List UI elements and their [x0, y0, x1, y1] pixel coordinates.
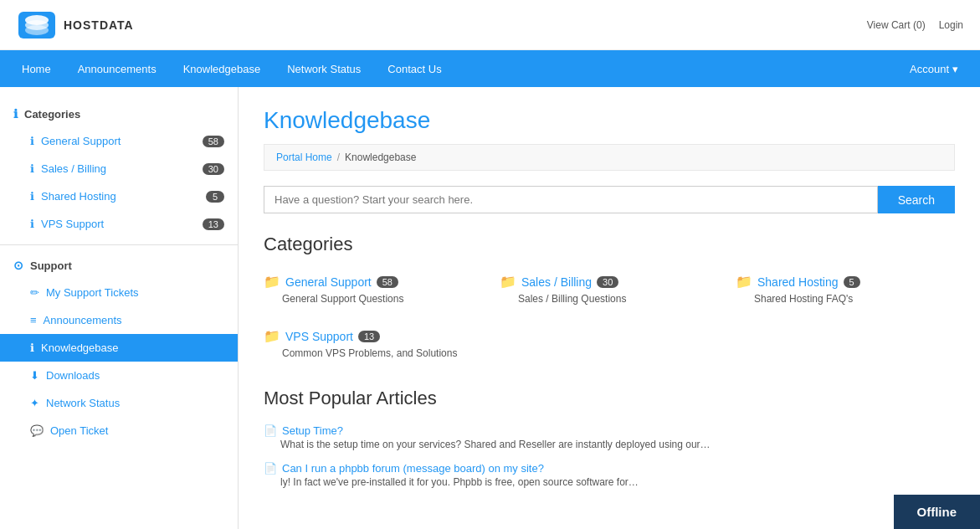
- article-icon-setup-time: 📄: [264, 424, 277, 437]
- popular-section-title: Most Popular Articles: [264, 388, 955, 409]
- folder-icon-sales-billing: 📁: [500, 274, 516, 290]
- sidebar-item-vps-support[interactable]: ℹ VPS Support 13: [0, 210, 238, 238]
- sidebar-cat-label-general-support: General Support: [41, 135, 121, 147]
- category-card-vps-support: 📁 VPS Support 13 Common VPS Problems, an…: [264, 325, 483, 362]
- logo-area: HOSTDATA: [17, 8, 134, 42]
- article-item-phpbb: 📄 Can I run a phpbb forum (message board…: [264, 462, 955, 488]
- category-card-shared-hosting: 📁 Shared Hosting 5 Shared Hosting FAQ's: [736, 270, 955, 308]
- ticket-icon: ✏: [30, 286, 39, 299]
- nav-bar: Home Announcements Knowledgebase Network…: [0, 50, 980, 87]
- info-icon-small: ℹ: [30, 218, 34, 230]
- offline-label: Offline: [917, 505, 957, 519]
- sidebar-item-general-support[interactable]: ℹ General Support 58: [0, 127, 238, 155]
- sidebar-cat-label-sales-billing: Sales / Billing: [41, 162, 106, 175]
- nav-item-home[interactable]: Home: [8, 50, 64, 87]
- nav-account-label: Account: [910, 63, 949, 75]
- search-button[interactable]: Search: [878, 186, 955, 213]
- article-icon-phpbb: 📄: [264, 462, 277, 475]
- sidebar-item-my-support-tickets[interactable]: ✏ My Support Tickets: [0, 279, 238, 306]
- sidebar-item-open-ticket[interactable]: 💬 Open Ticket: [0, 417, 238, 444]
- cat-badge-vps-support: 13: [358, 331, 380, 342]
- info-icon: ℹ: [13, 107, 18, 121]
- nav-item-network-status[interactable]: Network Status: [274, 50, 374, 87]
- chevron-down-icon: ▾: [952, 63, 958, 75]
- article-desc-phpbb: ly! In fact we've pre-installed it for y…: [264, 476, 955, 488]
- sidebar-item-network-status-support[interactable]: ✦ Network Status: [0, 389, 238, 417]
- announcements-icon: ≡: [30, 314, 37, 326]
- sidebar-support-label-2: Knowledgebase: [41, 342, 119, 354]
- cat-desc-sales-billing: Sales / Billing Questions: [500, 293, 719, 305]
- badge-shared-hosting: 5: [206, 191, 224, 203]
- article-link-phpbb[interactable]: 📄 Can I run a phpbb forum (message board…: [264, 462, 955, 475]
- folder-icon-vps-support: 📁: [264, 328, 280, 344]
- cat-link-vps-support[interactable]: VPS Support: [285, 330, 353, 343]
- breadcrumb: Portal Home / Knowledgebase: [264, 144, 955, 171]
- cat-desc-shared-hosting: Shared Hosting FAQ's: [736, 293, 955, 305]
- downloads-icon: ⬇: [30, 369, 39, 382]
- article-desc-setup-time: What is the setup time on your services?…: [264, 439, 955, 450]
- sidebar-support-label-5: Open Ticket: [50, 424, 108, 437]
- sidebar-item-announcements-support[interactable]: ≡ Announcements: [0, 306, 238, 334]
- articles-section: Most Popular Articles 📄 Setup Time? What…: [264, 388, 955, 488]
- cat-desc-general-support: General Support Questions: [264, 293, 483, 305]
- badge-vps-support: 13: [203, 218, 224, 230]
- cat-badge-shared-hosting: 5: [844, 276, 860, 288]
- category-card-general-support: 📁 General Support 58 General Support Que…: [264, 270, 483, 308]
- sidebar: ℹ Categories ℹ General Support 58 ℹ Sale…: [0, 87, 239, 529]
- search-input[interactable]: [264, 186, 878, 213]
- view-cart-link[interactable]: View Cart (0): [867, 19, 926, 31]
- cat-badge-general-support: 58: [377, 276, 398, 288]
- logo-text: HOSTDATA: [64, 18, 134, 32]
- open-ticket-icon: 💬: [30, 424, 44, 437]
- article-link-setup-time[interactable]: 📄 Setup Time?: [264, 424, 955, 437]
- folder-icon-shared-hosting: 📁: [736, 274, 752, 290]
- sidebar-support-label-3: Downloads: [46, 369, 100, 382]
- categories-grid: 📁 General Support 58 General Support Que…: [264, 270, 955, 362]
- breadcrumb-current: Knowledgebase: [345, 152, 416, 163]
- breadcrumb-home[interactable]: Portal Home: [276, 152, 332, 163]
- search-bar: Search: [264, 186, 955, 213]
- cat-badge-sales-billing: 30: [597, 276, 618, 288]
- nav-item-knowledgebase[interactable]: Knowledgebase: [170, 50, 275, 87]
- info-icon-small: ℹ: [30, 190, 34, 203]
- support-icon: ⊙: [13, 259, 23, 272]
- info-icon-small: ℹ: [30, 162, 34, 175]
- cat-link-general-support[interactable]: General Support: [285, 275, 372, 289]
- cat-link-shared-hosting[interactable]: Shared Hosting: [757, 275, 839, 289]
- offline-badge: Offline: [894, 495, 981, 529]
- sidebar-support-label-1: Announcements: [44, 314, 122, 326]
- nav-items: Home Announcements Knowledgebase Network…: [8, 50, 896, 87]
- sidebar-categories-title: ℹ Categories: [0, 100, 238, 127]
- sidebar-item-knowledgebase-support[interactable]: ℹ Knowledgebase: [0, 334, 238, 362]
- svg-point-3: [25, 25, 49, 35]
- top-right-links: View Cart (0) Login: [867, 19, 963, 31]
- logo-icon: [17, 8, 57, 42]
- cat-link-sales-billing[interactable]: Sales / Billing: [521, 275, 592, 289]
- cat-desc-vps-support: Common VPS Problems, and Solutions: [264, 347, 483, 359]
- knowledgebase-icon: ℹ: [30, 342, 34, 354]
- nav-item-contact-us[interactable]: Contact Us: [374, 50, 454, 87]
- content-area: Knowledgebase Portal Home / Knowledgebas…: [239, 87, 980, 529]
- login-link[interactable]: Login: [939, 19, 963, 31]
- sidebar-item-sales-billing[interactable]: ℹ Sales / Billing 30: [0, 155, 238, 182]
- sidebar-item-shared-hosting[interactable]: ℹ Shared Hosting 5: [0, 182, 238, 210]
- breadcrumb-sep: /: [337, 152, 340, 163]
- categories-section-title: Categories: [264, 234, 955, 255]
- article-item-setup-time: 📄 Setup Time? What is the setup time on …: [264, 424, 955, 450]
- article-title-text-phpbb: Can I run a phpbb forum (message board) …: [282, 462, 544, 475]
- network-icon: ✦: [30, 397, 39, 409]
- sidebar-support-title: ⊙ Support: [0, 252, 238, 279]
- sidebar-cat-label-shared-hosting: Shared Hosting: [41, 190, 116, 203]
- folder-icon-general-support: 📁: [264, 274, 280, 290]
- nav-item-announcements[interactable]: Announcements: [64, 50, 170, 87]
- article-title-text-setup-time: Setup Time?: [282, 424, 343, 437]
- badge-general-support: 58: [203, 136, 224, 147]
- top-bar: HOSTDATA View Cart (0) Login: [0, 0, 980, 50]
- sidebar-item-downloads[interactable]: ⬇ Downloads: [0, 362, 238, 389]
- category-card-sales-billing: 📁 Sales / Billing 30 Sales / Billing Que…: [500, 270, 719, 308]
- info-icon-small: ℹ: [30, 135, 34, 147]
- page-title: Knowledgebase: [264, 107, 955, 134]
- main-layout: ℹ Categories ℹ General Support 58 ℹ Sale…: [0, 87, 980, 529]
- nav-account-menu[interactable]: Account ▾: [896, 50, 972, 87]
- sidebar-cat-label-vps-support: VPS Support: [41, 218, 104, 230]
